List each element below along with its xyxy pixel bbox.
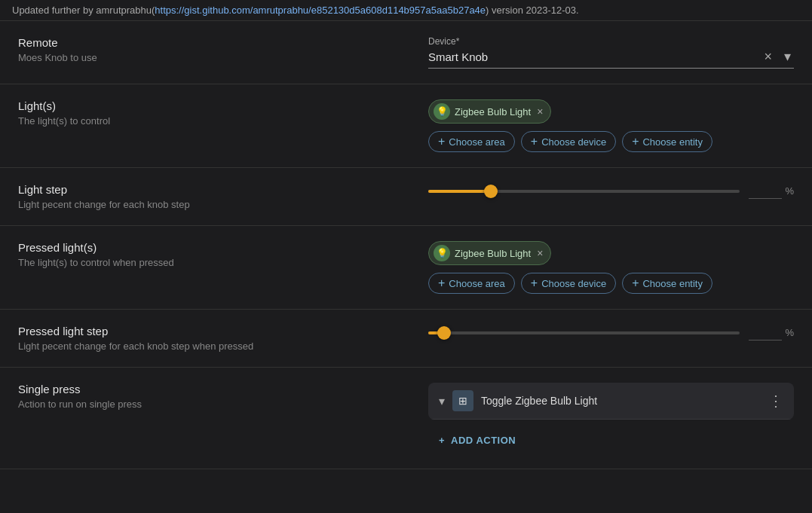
- slider-thumb[interactable]: [484, 185, 498, 198]
- pressed-light-step-section-right: 5 %: [428, 325, 794, 340]
- light-step-title: Light step: [18, 183, 410, 196]
- pressed-lights-choose-device-button[interactable]: + Choose device: [521, 273, 616, 294]
- lights-choose-entity-label: Choose entity: [642, 136, 703, 148]
- pressed-lights-tag-row: 💡 Zigbee Bulb Light ×: [428, 241, 794, 265]
- pressed-lights-choose-area-label: Choose area: [449, 278, 504, 289]
- pressed-lights-section-left: Pressed light(s) The light(s) to control…: [18, 241, 410, 268]
- action-card: ▾ ⊞ Toggle Zigbee Bulb Light ⋮: [428, 383, 794, 420]
- remote-section-right: Device* Smart Knob × ▾: [428, 36, 794, 69]
- dropdown-icon: ▾: [784, 50, 791, 63]
- light-step-value-group: 20 %: [749, 183, 794, 199]
- action-card-header: ▾ ⊞ Toggle Zigbee Bulb Light ⋮: [428, 383, 794, 420]
- pressed-light-step-value-input[interactable]: 5: [749, 325, 782, 340]
- pressed-lights-choose-entity-label: Choose entity: [642, 278, 703, 289]
- expand-icon: ▾: [439, 394, 445, 408]
- pressed-lights-choose-row: + Choose area + Choose device + Choose e…: [428, 273, 794, 294]
- pressed-light-step-slider-track[interactable]: [428, 326, 740, 340]
- lights-subtitle: The light(s) to control: [18, 115, 410, 127]
- pressed-area-plus-icon: +: [438, 277, 445, 289]
- light-step-slider-row: 20 %: [428, 183, 794, 199]
- pressed-entity-plus-icon: +: [632, 277, 639, 289]
- pressed-bulb-icon: 💡: [434, 245, 450, 261]
- pressed-light-step-slider-row: 5 %: [428, 325, 794, 340]
- lights-title: Light(s): [18, 99, 410, 112]
- clear-icon: ×: [764, 50, 772, 63]
- light-step-unit: %: [785, 185, 794, 197]
- single-press-section-left: Single press Action to run on single pre…: [18, 383, 410, 410]
- pressed-lights-choose-entity-button[interactable]: + Choose entity: [622, 273, 712, 294]
- pressed-lights-section-right: 💡 Zigbee Bulb Light × + Choose area + Ch…: [428, 241, 794, 294]
- single-press-subtitle: Action to run on single press: [18, 398, 410, 410]
- bulb-glyph: 💡: [437, 106, 448, 117]
- lights-choose-entity-button[interactable]: + Choose entity: [622, 131, 712, 152]
- light-step-value-input[interactable]: 20: [749, 183, 782, 199]
- device-dropdown-button[interactable]: ▾: [781, 50, 794, 63]
- device-clear-button[interactable]: ×: [761, 50, 775, 63]
- topbar-text: Updated further by amrutprabhu(: [12, 5, 155, 16]
- add-action-plus-icon: +: [439, 435, 445, 446]
- lights-tag-label: Zigbee Bulb Light: [455, 106, 531, 118]
- pressed-slider-thumb[interactable]: [437, 326, 451, 340]
- add-action-label: ADD ACTION: [451, 435, 516, 446]
- device-value: Smart Knob: [428, 50, 755, 63]
- pressed-lights-tag-close[interactable]: ×: [537, 248, 543, 258]
- pressed-light-step-section-left: Pressed light step Light pecent change f…: [18, 325, 410, 352]
- topbar-link[interactable]: https://gist.github.com/amrutprabhu/e852…: [155, 5, 486, 16]
- lights-area-plus-icon: +: [438, 136, 445, 148]
- lights-device-plus-icon: +: [531, 136, 538, 148]
- lights-section-right: 💡 Zigbee Bulb Light × + Choose area + Ch…: [428, 99, 794, 152]
- lights-section: Light(s) The light(s) to control 💡 Zigbe…: [0, 84, 812, 168]
- pressed-lights-tag-label: Zigbee Bulb Light: [455, 248, 531, 259]
- pressed-lights-choose-area-button[interactable]: + Choose area: [428, 273, 515, 294]
- top-bar: Updated further by amrutprabhu(https://g…: [0, 0, 812, 21]
- lights-choose-row: + Choose area + Choose device + Choose e…: [428, 131, 794, 152]
- pressed-light-step-title: Pressed light step: [18, 325, 410, 337]
- pressed-lights-choose-device-label: Choose device: [541, 278, 606, 289]
- pressed-lights-subtitle: The light(s) to control when pressed: [18, 257, 410, 268]
- pressed-light-step-subtitle: Light pecent change for each knob step w…: [18, 340, 410, 352]
- lights-choose-area-label: Choose area: [449, 136, 504, 148]
- pressed-light-step-value-group: 5 %: [749, 325, 794, 340]
- pressed-lights-title: Pressed light(s): [18, 241, 410, 254]
- lights-tag-row: 💡 Zigbee Bulb Light ×: [428, 99, 794, 124]
- remote-section: Remote Moes Knob to use Device* Smart Kn…: [0, 21, 812, 84]
- device-label: Device*: [428, 36, 794, 47]
- action-card-title: Toggle Zigbee Bulb Light: [481, 395, 761, 407]
- action-card-menu-button[interactable]: ⋮: [768, 393, 783, 408]
- add-action-button[interactable]: + ADD ACTION: [428, 427, 794, 453]
- lights-choose-device-button[interactable]: + Choose device: [521, 131, 616, 152]
- remote-title: Remote: [18, 36, 410, 49]
- remote-subtitle: Moes Knob to use: [18, 52, 410, 63]
- slider-fill: [428, 190, 491, 193]
- lights-tag-close[interactable]: ×: [537, 106, 543, 117]
- light-step-section-left: Light step Light pecent change for each …: [18, 183, 410, 210]
- light-step-subtitle: Light pecent change for each knob step: [18, 199, 410, 210]
- light-step-section: Light step Light pecent change for each …: [0, 168, 812, 226]
- pressed-device-plus-icon: +: [531, 277, 538, 289]
- light-step-section-right: 20 %: [428, 183, 794, 199]
- single-press-title: Single press: [18, 383, 410, 395]
- lights-choose-device-label: Choose device: [541, 136, 606, 148]
- lights-choose-area-button[interactable]: + Choose area: [428, 131, 515, 152]
- light-step-slider-track[interactable]: [428, 185, 740, 198]
- pressed-bulb-glyph: 💡: [437, 248, 448, 258]
- single-press-section: Single press Action to run on single pre…: [0, 368, 812, 469]
- pressed-light-step-unit: %: [785, 327, 794, 338]
- pressed-light-step-section: Pressed light step Light pecent change f…: [0, 310, 812, 368]
- pressed-lights-tag-chip: 💡 Zigbee Bulb Light ×: [428, 241, 551, 265]
- action-card-expand-button[interactable]: ▾: [439, 394, 445, 408]
- bulb-icon: 💡: [434, 103, 450, 120]
- topbar-text-after: ) version 2023-12-03.: [486, 5, 579, 16]
- lights-tag-chip: 💡 Zigbee Bulb Light ×: [428, 99, 551, 124]
- menu-icon: ⋮: [768, 393, 783, 408]
- pressed-lights-section: Pressed light(s) The light(s) to control…: [0, 226, 812, 310]
- device-value-row: Smart Knob × ▾: [428, 50, 794, 69]
- single-press-section-right: ▾ ⊞ Toggle Zigbee Bulb Light ⋮ + ADD ACT…: [428, 383, 794, 453]
- action-card-icon: ⊞: [452, 390, 473, 411]
- lights-entity-plus-icon: +: [632, 136, 639, 148]
- grid-icon: ⊞: [458, 395, 467, 407]
- pressed-slider-track-bg: [428, 331, 740, 334]
- lights-section-left: Light(s) The light(s) to control: [18, 99, 410, 127]
- remote-section-left: Remote Moes Knob to use: [18, 36, 410, 63]
- device-field: Device* Smart Knob × ▾: [428, 36, 794, 69]
